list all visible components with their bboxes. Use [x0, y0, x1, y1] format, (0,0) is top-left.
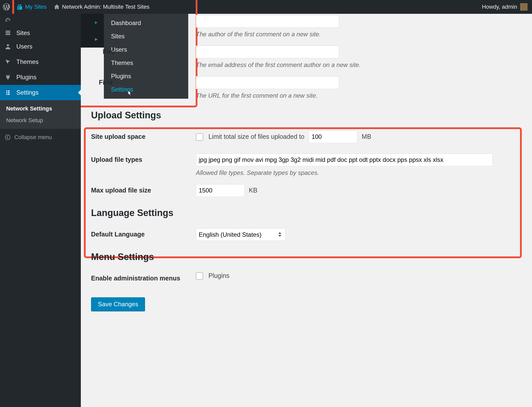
save-changes-button[interactable]: Save Changes	[91, 297, 145, 311]
content-area: The author of the first comment on a new…	[81, 14, 532, 407]
max-upload-label: Max upload file size	[91, 184, 196, 194]
collapse-label: Collapse menu	[14, 134, 52, 141]
enable-plugins-menu-checkbox[interactable]	[196, 273, 203, 280]
default-language-label: Default Language	[91, 228, 196, 238]
network-admin-label: Network Admin: Multisite Test Sites	[62, 4, 149, 10]
svg-point-1	[5, 135, 10, 140]
my-sites-label: My Sites	[25, 4, 47, 10]
first-comment-email-label-partial: PadFirs	[91, 46, 196, 55]
howdy-label[interactable]: Howdy, admin	[482, 4, 517, 10]
sidebar-sub-network-setup[interactable]: Network Setup	[0, 115, 81, 126]
sidebar-item-plugins[interactable]: Plugins	[0, 70, 81, 85]
sidebar-item-themes[interactable]: Themes	[0, 54, 81, 70]
upload-settings-heading: Upload Settings	[91, 110, 524, 121]
limit-upload-value-input[interactable]	[309, 130, 357, 143]
sidebar-users-label: Users	[16, 43, 32, 50]
sites-icon	[5, 30, 12, 36]
sidebar-sub-network-settings[interactable]: Network Settings	[0, 103, 81, 115]
sidebar-item-dashboard[interactable]	[0, 14, 81, 27]
admin-bar: My Sites Network Admin: Multisite Test S…	[0, 0, 532, 14]
max-upload-input[interactable]	[196, 184, 245, 197]
first-comment-author-label	[91, 15, 196, 17]
enable-menus-label: Enable administration menus	[91, 272, 196, 282]
sidebar-plugins-label: Plugins	[16, 74, 37, 81]
first-comment-email-desc: The email address of the first comment a…	[196, 61, 524, 69]
my-sites-menu[interactable]: My Sites	[13, 0, 50, 14]
settings-icon	[5, 89, 12, 96]
wp-logo-icon[interactable]	[0, 0, 13, 14]
users-icon	[5, 43, 12, 50]
site-upload-space-label: Site upload space	[91, 130, 196, 140]
dashboard-icon	[5, 17, 12, 24]
home-icon	[54, 4, 60, 10]
limit-upload-checkbox[interactable]	[196, 133, 203, 141]
themes-icon	[5, 59, 12, 65]
default-language-select[interactable]: English (United States)	[196, 228, 285, 241]
first-comment-author-input[interactable]	[196, 15, 339, 28]
multisite-icon	[16, 4, 23, 10]
first-comment-url-input[interactable]	[196, 76, 339, 89]
limit-upload-unit: MB	[362, 133, 371, 140]
plugins-icon	[5, 74, 12, 81]
first-comment-author-desc: The author of the first comment on a new…	[196, 31, 524, 38]
collapse-icon	[5, 134, 11, 140]
max-upload-unit: KB	[249, 187, 257, 194]
first-comment-url-label-partial: PaFirst	[91, 76, 196, 86]
language-settings-heading: Language Settings	[91, 208, 524, 218]
upload-file-types-label: Upload file types	[91, 153, 196, 163]
sidebar-item-users[interactable]: Users	[0, 39, 81, 54]
admin-sidebar: Sites Users Themes Plugins Settings Netw…	[0, 14, 81, 407]
avatar[interactable]	[520, 3, 527, 10]
upload-file-types-desc: Allowed file types. Separate types by sp…	[196, 169, 524, 176]
sidebar-item-settings[interactable]: Settings	[0, 85, 81, 100]
menu-settings-heading: Menu Settings	[91, 252, 524, 262]
network-admin-breadcrumb[interactable]: Network Admin: Multisite Test Sites	[50, 0, 153, 14]
first-comment-url-desc: The URL for the first comment on a new s…	[196, 92, 524, 99]
sidebar-item-sites[interactable]: Sites	[0, 27, 81, 39]
sidebar-themes-label: Themes	[16, 58, 39, 65]
enable-plugins-menu-label: Plugins	[208, 272, 229, 279]
sidebar-settings-label: Settings	[16, 89, 39, 96]
limit-upload-label: Limit total size of files uploaded to	[208, 133, 304, 140]
sidebar-settings-submenu: Network Settings Network Setup	[0, 100, 81, 129]
first-comment-email-input[interactable]	[196, 46, 339, 58]
collapse-menu[interactable]: Collapse menu	[0, 129, 81, 146]
upload-file-types-input[interactable]	[196, 153, 493, 166]
sidebar-sites-label: Sites	[16, 29, 30, 37]
